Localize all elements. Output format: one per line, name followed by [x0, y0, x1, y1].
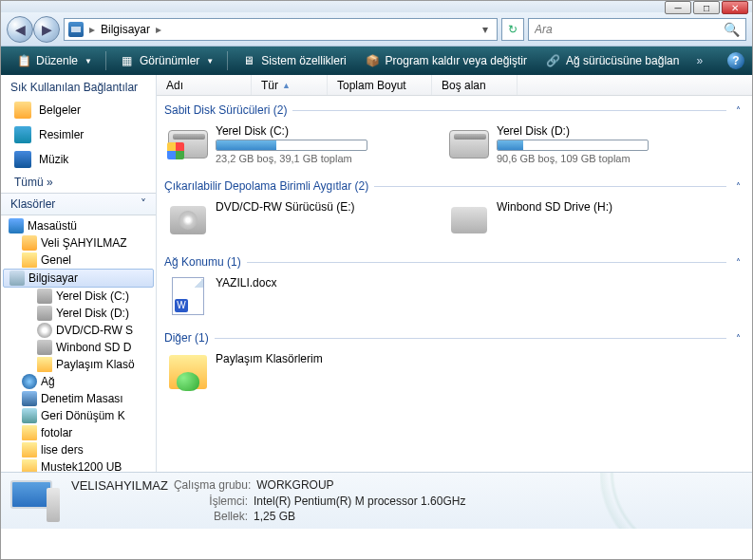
drive-dvd[interactable]: DVD/CD-RW Sürücüsü (E:): [168, 200, 434, 240]
organize-menu[interactable]: 📋 Düzenle▼: [9, 50, 100, 71]
system-properties-button[interactable]: 🖥 Sistem özellikleri: [234, 50, 353, 71]
toolbar-overflow[interactable]: »: [690, 54, 708, 67]
sd-icon: [451, 207, 487, 233]
uninstall-button[interactable]: 📦 Program kaldır veya değiştir: [358, 50, 535, 71]
drive-c[interactable]: Yerel Disk (C:) 23,2 GB boş, 39,1 GB top…: [168, 124, 434, 164]
mapdrive-icon: 🔗: [546, 53, 561, 68]
drive-c-usage-text: 23,2 GB boş, 39,1 GB toplam: [216, 153, 434, 164]
tree-item[interactable]: Winbond SD D: [1, 339, 156, 356]
close-button[interactable]: ✕: [722, 1, 748, 14]
col-name[interactable]: Adı: [157, 75, 252, 95]
tree-item-label: Yerel Disk (D:): [56, 307, 129, 320]
breadcrumb-sep: ▸: [89, 23, 95, 36]
tree-item[interactable]: Geri Dönüşüm K: [1, 407, 156, 424]
navigation-pane: Sık Kullanılan Bağlantılar Belgeler Resi…: [1, 75, 157, 472]
group-hdd-header[interactable]: Sabit Disk Sürücüleri (2)˄: [164, 100, 744, 121]
forward-button[interactable]: ▶: [33, 16, 60, 43]
computer-icon: [68, 22, 84, 37]
folder-icon: [37, 357, 52, 372]
folders-collapse-icon[interactable]: ˅: [141, 197, 146, 211]
cp-icon: [22, 391, 37, 406]
folders-header[interactable]: Klasörler ˅: [1, 193, 156, 215]
minimize-button[interactable]: ─: [665, 1, 691, 14]
shared-folder-icon: [169, 355, 207, 389]
drive-icon: [37, 289, 52, 304]
tree-item[interactable]: Masaüstü: [1, 217, 156, 234]
tree-item[interactable]: Paylaşım Klasö: [1, 356, 156, 373]
trash-icon: [22, 408, 37, 423]
views-menu[interactable]: ▦ Görünümler▼: [112, 50, 221, 71]
address-bar[interactable]: ▸ Bilgisayar ▸ ▾: [64, 18, 498, 41]
favorites-documents[interactable]: Belgeler: [1, 98, 156, 122]
tree-item-label: DVD/CD-RW S: [56, 324, 133, 337]
tree-item[interactable]: Mustek1200 UB: [1, 458, 156, 472]
col-type[interactable]: Tür▲: [252, 75, 328, 95]
favorites-pictures[interactable]: Resimler: [1, 122, 156, 147]
collapse-icon[interactable]: ˄: [732, 257, 744, 268]
cpu-value: Intel(R) Pentium(R) M processor 1.60GHz: [254, 495, 465, 508]
user-icon: [22, 235, 37, 251]
tree-item-label: Geri Dönüşüm K: [41, 409, 125, 422]
tree-item[interactable]: lise ders: [1, 441, 156, 458]
computer-icon: [9, 271, 25, 286]
tree-item-label: Winbond SD D: [56, 341, 131, 354]
tree-item[interactable]: Ağ: [1, 373, 156, 390]
tree-item[interactable]: fotolar: [1, 424, 156, 441]
favorites-music[interactable]: Müzik: [1, 147, 156, 172]
network-file[interactable]: YAZILI.docx: [168, 276, 434, 316]
refresh-button[interactable]: ↻: [501, 18, 524, 41]
tree-item-label: Ağ: [41, 375, 55, 388]
details-pane: VELISAHYILMAZ Çalışma grubu: WORKGROUP İ…: [1, 472, 752, 529]
help-button[interactable]: ?: [727, 52, 744, 69]
navigation-bar: ◀ ▶ ▸ Bilgisayar ▸ ▾ ↻ 🔍: [1, 12, 752, 47]
search-box[interactable]: 🔍: [528, 18, 746, 41]
views-icon: ▦: [120, 53, 135, 68]
group-network-header[interactable]: Ağ Konumu (1)˄: [164, 252, 744, 272]
drive-icon: [168, 130, 208, 159]
cd-icon: [37, 323, 52, 338]
tree-item-label: fotolar: [41, 426, 72, 439]
drive-c-usage-bar: [216, 140, 367, 151]
tree-item[interactable]: Bilgisayar: [3, 269, 154, 288]
map-drive-button[interactable]: 🔗 Ağ sürücüsüne bağlan: [538, 50, 687, 71]
group-removable-header[interactable]: Çıkarılabilir Depolama Birimli Aygıtlar …: [164, 176, 744, 196]
drive-d[interactable]: Yerel Disk (D:) 90,6 GB boş, 109 GB topl…: [449, 124, 715, 164]
net-icon: [22, 374, 37, 389]
tree-item[interactable]: Denetim Masası: [1, 390, 156, 407]
group-other-header[interactable]: Diğer (1)˄: [164, 327, 744, 348]
col-free[interactable]: Boş alan: [432, 75, 518, 95]
collapse-icon[interactable]: ˄: [732, 105, 744, 116]
tree-item[interactable]: DVD/CD-RW S: [1, 322, 156, 339]
breadcrumb-root[interactable]: Bilgisayar: [101, 23, 150, 36]
breadcrumb-sep[interactable]: ▸: [156, 23, 161, 36]
music-icon: [14, 151, 31, 168]
folder-icon: [22, 459, 37, 472]
address-dropdown[interactable]: ▾: [478, 23, 493, 36]
collapse-icon[interactable]: ˄: [732, 181, 744, 192]
tree-item-label: Genel: [41, 253, 71, 267]
shared-folders[interactable]: Paylaşım Klasörlerim: [168, 352, 434, 392]
tree-item[interactable]: Veli ŞAHYILMAZ: [1, 234, 156, 252]
tree-item[interactable]: Yerel Disk (D:): [1, 305, 156, 322]
column-headers: Adı Tür▲ Toplam Boyut Boş alan: [157, 75, 752, 96]
memory-value: 1,25 GB: [254, 510, 295, 523]
col-total[interactable]: Toplam Boyut: [328, 75, 432, 95]
workgroup-label: Çalışma grubu:: [174, 478, 251, 493]
back-button[interactable]: ◀: [7, 16, 33, 43]
word-doc-icon: [172, 277, 204, 315]
drive-d-usage-text: 90,6 GB boş, 109 GB toplam: [497, 153, 715, 164]
collapse-icon[interactable]: ˄: [732, 333, 744, 344]
drive-icon: [449, 130, 489, 159]
maximize-button[interactable]: □: [693, 1, 720, 14]
folder-tree: MasaüstüVeli ŞAHYILMAZGenelBilgisayarYer…: [1, 215, 156, 472]
favorites-more[interactable]: Tümü »: [1, 172, 156, 193]
computer-large-icon: [10, 480, 60, 522]
tree-item[interactable]: Genel: [1, 252, 156, 269]
tree-item[interactable]: Yerel Disk (C:): [1, 288, 156, 305]
tree-item-label: Bilgisayar: [28, 271, 78, 285]
drive-icon: [37, 306, 52, 321]
search-icon[interactable]: 🔍: [724, 22, 740, 37]
drive-c-label: Yerel Disk (C:): [216, 124, 434, 138]
search-input[interactable]: [535, 23, 724, 36]
drive-sd[interactable]: Winbond SD Drive (H:): [449, 200, 715, 240]
